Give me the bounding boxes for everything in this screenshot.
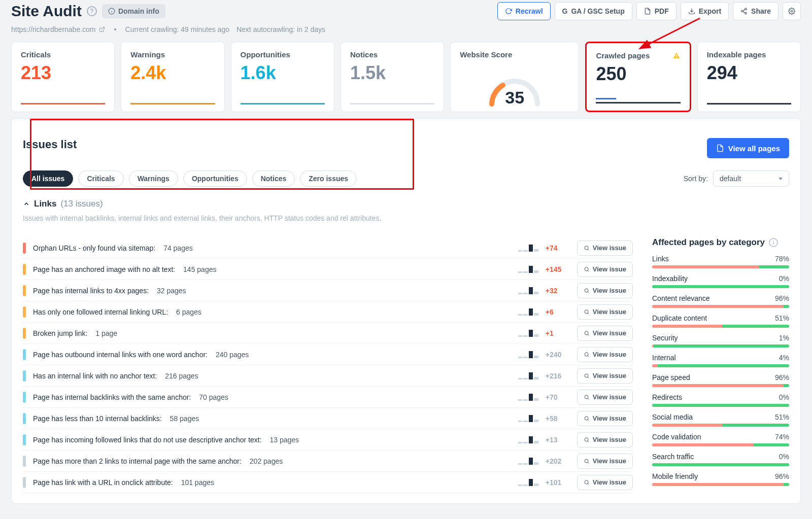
filter-chip-notices[interactable]: Notices [252,170,295,187]
filter-chip-opportunities[interactable]: Opportunities [183,170,247,187]
category-links[interactable]: Links78% [652,255,789,268]
svg-point-32 [585,438,588,441]
category-internal[interactable]: Internal4% [652,354,789,367]
category-duplicate-content[interactable]: Duplicate content51% [652,314,789,328]
category-page-speed[interactable]: Page speed96% [652,373,789,387]
export-button[interactable]: Export [681,2,729,20]
severity-pill [23,285,26,296]
filter-chip-all-issues[interactable]: All issues [23,170,73,187]
view-issue-button[interactable]: View issue [577,240,633,256]
links-section-toggle[interactable]: Links (13 issues) [23,199,789,209]
issue-text[interactable]: Has an internal link with no anchor text… [33,372,511,380]
category-social-media[interactable]: Social media51% [652,413,789,427]
category-name: Code validation [652,433,701,441]
category-bar [652,483,789,486]
recrawl-button[interactable]: Recrawl [497,2,551,20]
svg-point-16 [585,267,588,271]
issue-text[interactable]: Page has outbound internal links with on… [33,351,511,359]
settings-button[interactable] [783,2,801,20]
download-icon [688,8,695,15]
filter-chip-criticals[interactable]: Criticals [78,170,123,187]
filter-chip-warnings[interactable]: Warnings [129,170,178,187]
pdf-label: PDF [655,7,669,15]
svg-point-22 [585,331,588,335]
view-issue-button[interactable]: View issue [577,262,633,277]
share-button[interactable]: Share [733,2,779,20]
search-icon [584,458,590,464]
card-warnings[interactable]: Warnings 2.4k [121,42,224,112]
view-issue-button[interactable]: View issue [577,326,633,341]
pdf-button[interactable]: PDF [636,2,676,20]
issue-row: Page has outbound internal links with on… [23,344,633,365]
ga-setup-button[interactable]: G GA / GSC Setup [555,2,632,20]
card-bar [241,103,325,105]
domain-info-chip[interactable]: Domain info [102,4,165,18]
help-icon[interactable]: ? [87,6,97,16]
category-bar [652,364,789,367]
view-issue-button[interactable]: View issue [577,368,633,384]
category-security[interactable]: Security1% [652,334,789,348]
category-name: Links [652,255,669,263]
view-issue-button[interactable]: View issue [577,390,633,405]
category-pct: 0% [779,274,789,283]
card-indexable[interactable]: Indexable pages 294 [697,42,801,112]
issue-text[interactable]: Page has less than 10 internal backlinks… [33,414,511,423]
category-indexability[interactable]: Indexability0% [652,274,789,288]
domain-info-label: Domain info [118,7,159,15]
subheader: https://richardbernabe.com Current crawl… [11,25,801,42]
issue-text[interactable]: Broken jump link: 1 page [33,329,511,337]
view-issue-button[interactable]: View issue [577,454,633,469]
issue-text[interactable]: Page has internal links to 4xx pages: 32… [33,287,511,295]
card-crawled-value: 250 [596,65,680,83]
links-section-desc: Issues with internal backlinks, internal… [23,214,789,222]
view-issue-button[interactable]: View issue [577,283,633,298]
issue-text[interactable]: Page has more than 2 links to internal p… [33,457,511,465]
delta-value: +145 [546,265,570,273]
svg-line-31 [588,420,589,421]
trend-spark [518,436,538,443]
sort-select[interactable]: default [713,170,789,187]
info-icon[interactable]: i [769,238,778,247]
svg-line-8 [743,10,745,11]
category-bar [652,463,789,466]
issue-text[interactable]: Orphan URLs - only found via sitemap: 74… [33,244,511,252]
card-crawled[interactable]: Crawled pages 250 [585,42,691,112]
score-value: 35 [487,88,543,108]
issue-row: Page has incoming followed links that do… [23,429,633,451]
view-issue-button[interactable]: View issue [577,304,633,320]
search-icon [584,330,590,336]
view-issue-button[interactable]: View issue [577,475,633,490]
category-pct: 96% [775,472,789,480]
card-bar [21,103,105,105]
filter-chip-zero-issues[interactable]: Zero issues [300,170,357,187]
issue-text[interactable]: Has only one followed internal linking U… [33,308,511,316]
site-url-link[interactable]: https://richardbernabe.com [11,25,105,33]
category-code-validation[interactable]: Code validation74% [652,433,789,446]
category-redirects[interactable]: Redirects0% [652,393,789,407]
search-icon [584,394,590,400]
severity-pill [23,413,26,424]
card-opportunities[interactable]: Opportunities 1.6k [231,42,334,112]
view-issue-button[interactable]: View issue [577,411,633,426]
view-issue-button[interactable]: View issue [577,432,633,447]
card-indexable-value: 294 [707,64,791,82]
issue-text[interactable]: Page has link with a URL in onclick attr… [33,478,511,487]
issue-row: Page has internal backlinks with the sam… [23,387,633,408]
card-criticals[interactable]: Criticals 213 [11,42,115,112]
svg-point-14 [585,246,588,250]
issue-row: Page has more than 2 links to internal p… [23,451,633,472]
view-issue-button[interactable]: View issue [577,347,633,362]
issue-text[interactable]: Page has incoming followed links that do… [33,436,511,444]
issue-text[interactable]: Page has internal backlinks with the sam… [33,393,511,401]
card-bar [130,103,215,105]
card-notices[interactable]: Notices 1.5k [341,42,444,112]
category-search-traffic[interactable]: Search traffic0% [652,453,789,466]
svg-line-7 [743,12,745,13]
card-score[interactable]: Website Score 35 [450,42,579,112]
category-content-relevance[interactable]: Content relevance96% [652,294,789,308]
issue-text[interactable]: Page has an anchored image with no alt t… [33,265,511,273]
view-all-pages-button[interactable]: View all pages [707,138,789,158]
category-mobile-friendly[interactable]: Mobile friendly96% [652,472,789,486]
svg-point-34 [585,459,588,463]
delta-value: +6 [546,308,570,316]
